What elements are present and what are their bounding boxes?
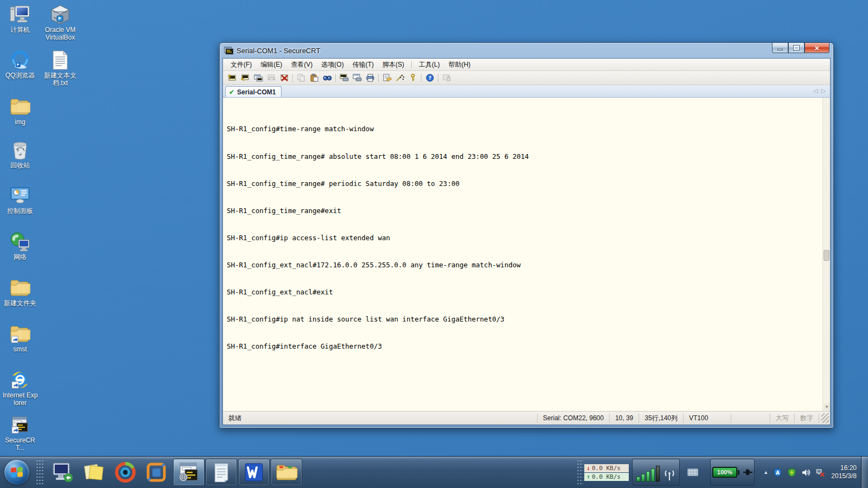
folder-shortcut-icon: [9, 324, 31, 344]
taskbar-notepad-running[interactable]: [206, 459, 237, 486]
svg-text:?: ?: [428, 75, 431, 81]
desktop-icon-new-folder[interactable]: 新建文件夹: [2, 278, 38, 307]
window-title: Serial-COM1 - SecureCRT: [237, 47, 320, 55]
vertical-scrollbar[interactable]: ▼: [822, 98, 830, 411]
copy-icon: [297, 74, 306, 82]
desktop-icon-img-folder[interactable]: img: [2, 97, 38, 126]
print-screen-button[interactable]: [337, 72, 350, 84]
network-speed-widget[interactable]: ↓ 0.0 KB/s ↑ 0.0 KB/s: [584, 464, 629, 481]
scrollbar-thumb[interactable]: [824, 250, 829, 261]
folder-icon: [9, 278, 31, 298]
taskbar-explorer-running[interactable]: [271, 459, 302, 486]
desktop-icon-internet-explorer[interactable]: Internet Explorer: [2, 370, 38, 407]
session-lock-icon: [442, 74, 451, 82]
blue-shield-tray-icon[interactable]: A: [773, 468, 782, 477]
help-button[interactable]: ?: [423, 72, 436, 84]
window-body: 文件(F) 编辑(E) 查看(V) 选项(O) 传输(T) 脚本(S) 工具(L…: [222, 58, 831, 425]
taskbar-securecrt-running[interactable]: [173, 459, 205, 486]
terminal-line: SH-R1_config_ext_nacl#exit: [227, 288, 819, 297]
connect-in-tab-icon: [254, 74, 263, 82]
find-button[interactable]: [321, 72, 334, 84]
desktop-icon-control-panel[interactable]: 控制面板: [2, 185, 38, 215]
print-button[interactable]: [363, 72, 376, 84]
terminal-area[interactable]: SH-R1_config#time-range match-window SH-…: [223, 98, 830, 412]
menu-help[interactable]: 帮助(H): [444, 59, 475, 71]
taskbar-wps-writer-running[interactable]: [238, 459, 270, 486]
start-button[interactable]: [2, 458, 31, 487]
volume-speaker-icon[interactable]: [801, 468, 810, 477]
print-icon: [366, 74, 375, 82]
notepad-icon: [212, 461, 231, 483]
disconnect-button[interactable]: [278, 72, 291, 84]
input-method-keyboard-icon[interactable]: [687, 468, 698, 476]
desktop-icon-virtualbox[interactable]: Oracle VM VirtualBox: [42, 4, 78, 41]
print-screen-icon: [340, 74, 349, 82]
taskbar-remote-desktop[interactable]: [50, 459, 74, 485]
menu-edit[interactable]: 编辑(E): [256, 59, 286, 71]
securecrt-icon: [178, 462, 200, 483]
maximize-button[interactable]: [788, 43, 805, 53]
session-lock-button[interactable]: [440, 72, 453, 84]
session-options-button[interactable]: [380, 72, 393, 84]
desktop-icon-computer[interactable]: 计算机: [2, 4, 38, 34]
ie-icon: [9, 370, 31, 390]
tab-scroll-right-icon[interactable]: ▷: [821, 87, 826, 94]
desktop-icon-label: 回收站: [2, 162, 38, 169]
media-player-icon: [114, 461, 136, 483]
scrollbar-down-arrow-icon[interactable]: ▼: [824, 403, 830, 410]
taskbar: ↓ 0.0 KB/s ↑ 0.0 KB/s: [0, 456, 868, 488]
quick-connect-button[interactable]: [226, 72, 239, 84]
menu-tools[interactable]: 工具(L): [414, 59, 444, 71]
global-options-button[interactable]: [393, 72, 406, 84]
tab-label: Serial-COM1: [237, 88, 276, 96]
close-button[interactable]: ×: [805, 43, 829, 53]
taskbar-clock[interactable]: 16:20 2015/3/8: [831, 464, 857, 480]
menu-options[interactable]: 选项(O): [317, 59, 348, 71]
system-tray: ↓ 0.0 KB/s ↑ 0.0 KB/s: [577, 457, 868, 488]
vmware-icon: [146, 462, 168, 483]
paste-button[interactable]: [308, 72, 321, 84]
minimize-button[interactable]: [772, 43, 788, 53]
wifi-signal-widget[interactable]: [632, 459, 680, 486]
menu-transfer[interactable]: 传输(T): [348, 59, 378, 71]
network-disconnected-icon[interactable]: [815, 468, 825, 477]
recycle-bin-icon: [9, 140, 31, 160]
desktop-icon-smst[interactable]: smst: [2, 324, 38, 353]
terminal-line: SH-R1_config#interface GigaEthernet0/3: [227, 342, 819, 351]
window-titlebar[interactable]: Serial-COM1 - SecureCRT ×: [220, 43, 833, 58]
tab-scroll-left-icon[interactable]: ◁: [813, 87, 818, 94]
menu-script[interactable]: 脚本(S): [378, 59, 409, 71]
connect-in-tab-button[interactable]: [252, 72, 265, 84]
desktop-icon-text-file[interactable]: 新建文本文档.txt: [42, 50, 78, 87]
connect-icon: [241, 74, 250, 82]
menu-file[interactable]: 文件(F): [226, 59, 256, 71]
copy-button[interactable]: [295, 72, 308, 84]
battery-widget[interactable]: 100%: [710, 459, 755, 486]
desktop-icon-qq-browser[interactable]: QQ浏览器: [2, 50, 38, 79]
tray-icons: ▲ A: [763, 468, 825, 477]
keygen-button[interactable]: [406, 72, 419, 84]
menu-view[interactable]: 查看(V): [286, 59, 317, 71]
taskbar-vmware[interactable]: [145, 459, 169, 485]
qq-browser-icon: [9, 50, 31, 70]
reconnect-button[interactable]: [265, 72, 278, 84]
desktop-icon-network[interactable]: 网络: [2, 232, 38, 261]
status-cursor-position: 10, 39: [609, 413, 639, 423]
desktop-icon-label: 新建文件夹: [2, 299, 38, 307]
show-hidden-icons-button[interactable]: ▲: [763, 470, 768, 475]
show-desktop-button[interactable]: [861, 457, 868, 488]
desktop-icon-label: Internet Explorer: [2, 391, 38, 407]
desktop-icon-securecrt[interactable]: SecureCRT...: [2, 415, 38, 452]
tray-grip: [577, 459, 583, 485]
green-shield-tray-icon[interactable]: [787, 468, 796, 477]
desktop-icon-label: QQ浏览器: [2, 72, 38, 79]
connect-button[interactable]: [239, 72, 252, 84]
taskbar-media-player[interactable]: [113, 459, 137, 485]
desktop-icon-recycle-bin[interactable]: 回收站: [2, 140, 38, 169]
resize-grip[interactable]: [821, 413, 829, 423]
taskbar-grip[interactable]: [36, 459, 43, 485]
print-eject-button[interactable]: [350, 72, 363, 84]
taskbar-sticky-notes[interactable]: [82, 459, 106, 485]
key-icon: [409, 74, 418, 82]
tab-serial-com1[interactable]: ✔ Serial-COM1: [225, 86, 282, 97]
